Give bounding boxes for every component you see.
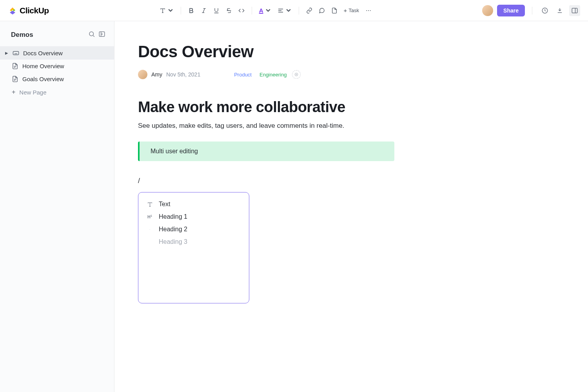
divider [299, 7, 299, 15]
text-style-dropdown[interactable] [157, 5, 176, 16]
callout-block[interactable]: Multi user editing [138, 142, 394, 161]
document-icon [12, 76, 18, 82]
author-name: Amy [151, 71, 162, 78]
new-page-label: New Page [19, 89, 46, 96]
svg-rect-4 [572, 8, 577, 13]
align-dropdown[interactable] [275, 5, 294, 16]
sidebar-item-label: Home Overview [22, 63, 64, 69]
divider [252, 7, 252, 15]
author-avatar[interactable] [138, 70, 147, 79]
svg-point-5 [89, 32, 94, 36]
popup-item-heading-1[interactable]: H1 Heading 1 [142, 211, 245, 223]
popup-item-heading-2[interactable]: · Heading 2 [142, 223, 245, 236]
popup-item-label: Heading 2 [159, 226, 187, 233]
comment-button[interactable] [316, 5, 327, 16]
formatting-toolbar: A +Task [49, 5, 482, 16]
tag-product[interactable]: Product [232, 71, 254, 78]
svg-rect-7 [13, 51, 18, 55]
collapse-sidebar-icon[interactable] [98, 31, 105, 39]
h2-icon: · [146, 228, 153, 231]
keyboard-icon [13, 50, 19, 56]
bold-button[interactable] [186, 5, 197, 16]
doc-title[interactable]: Docs Overview [138, 42, 564, 61]
svg-point-2 [370, 10, 371, 11]
share-button[interactable]: Share [497, 5, 525, 16]
sidebar-title: Demos [11, 31, 33, 39]
document-icon [12, 63, 18, 69]
popup-item-label: Heading 3 [159, 238, 187, 245]
sidebar-item-home-overview[interactable]: Home Overview [0, 60, 114, 73]
text-color-dropdown[interactable]: A [257, 5, 274, 16]
user-avatar[interactable] [482, 5, 493, 16]
slash-command-trigger[interactable]: / [138, 177, 564, 185]
sidebar-item-label: Goals Overview [22, 76, 64, 82]
text-type-icon [146, 201, 153, 207]
sidebar-item-docs-overview[interactable]: ▸ Docs Overview [0, 46, 114, 60]
clickup-logo-icon [8, 6, 17, 15]
tag-engineering[interactable]: Engineering [257, 71, 289, 78]
svg-point-0 [366, 10, 367, 11]
heading-collaborative[interactable]: Make work more collaborative [138, 99, 564, 116]
svg-point-1 [368, 10, 369, 11]
search-icon[interactable] [88, 31, 95, 39]
new-page-button[interactable]: + New Page [0, 85, 114, 99]
body-paragraph[interactable]: See updates, make edits, tag users, and … [138, 122, 564, 130]
code-button[interactable] [236, 5, 247, 16]
expand-caret-icon[interactable]: ▸ [5, 49, 9, 56]
document-content: Docs Overview Amy Nov 5th, 2021 Product … [114, 21, 588, 392]
brand-logo[interactable]: ClickUp [8, 6, 49, 15]
plus-icon: + [12, 89, 15, 96]
doc-date: Nov 5th, 2021 [166, 71, 200, 78]
sidebar-item-label: Docs Overview [23, 50, 63, 56]
divider [532, 7, 532, 15]
h1-icon: H1 [146, 214, 153, 219]
history-icon[interactable] [539, 5, 550, 16]
strikethrough-button[interactable] [223, 5, 234, 16]
panel-toggle-icon[interactable] [569, 5, 580, 16]
popup-item-heading-3[interactable]: Heading 3 [142, 236, 245, 248]
toolbar-right: Share [482, 5, 580, 16]
italic-button[interactable] [198, 5, 209, 16]
brand-name: ClickUp [20, 6, 49, 15]
document-button[interactable] [329, 5, 340, 16]
underline-button[interactable] [211, 5, 222, 16]
divider [181, 7, 181, 15]
link-button[interactable] [304, 5, 315, 16]
slash-command-popup: Text H1 Heading 1 · Heading 2 Heading 3 [138, 192, 249, 303]
popup-item-label: Text [159, 201, 170, 208]
sidebar-item-goals-overview[interactable]: Goals Overview [0, 73, 114, 85]
download-icon[interactable] [554, 5, 565, 16]
top-toolbar: ClickUp A +Task Share [0, 0, 588, 21]
add-tag-button[interactable] [292, 70, 301, 79]
add-task-button[interactable]: +Task [341, 7, 362, 14]
doc-meta: Amy Nov 5th, 2021 Product Engineering [138, 70, 564, 79]
popup-item-text[interactable]: Text [142, 198, 245, 211]
popup-item-label: Heading 1 [159, 213, 187, 220]
sidebar: Demos ▸ Docs Overview Home Overview Goal… [0, 21, 114, 392]
more-options-button[interactable] [363, 5, 374, 16]
